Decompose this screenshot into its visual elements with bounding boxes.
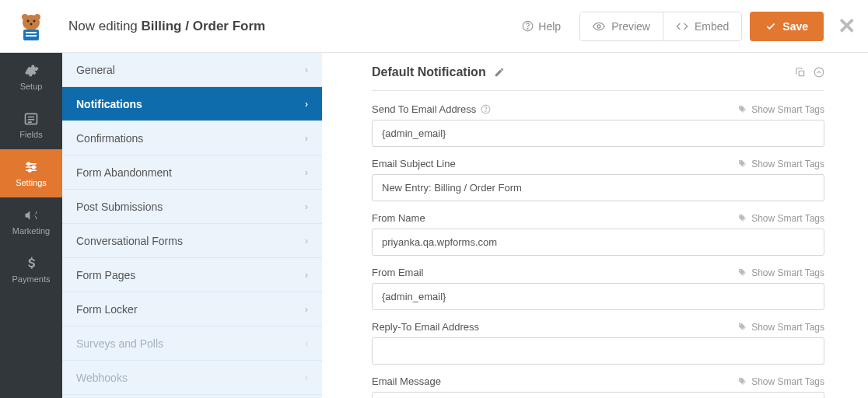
field-input[interactable] — [372, 229, 824, 256]
tags-icon — [737, 214, 747, 223]
svg-point-2 — [34, 14, 40, 20]
field-row: Send To Email Address Show Smart Tags — [372, 103, 824, 147]
submenu-item-form-locker[interactable]: Form Locker› — [62, 292, 322, 326]
code-icon — [676, 20, 688, 33]
svg-point-4 — [33, 19, 36, 22]
submenu-item-webhooks: Webhooks› — [62, 361, 322, 395]
editing-heading: Now editing Billing / Order Form — [68, 19, 509, 34]
field-label: From Name — [372, 212, 425, 224]
gear-icon — [23, 63, 39, 79]
submenu-item-label: Conversational Forms — [76, 235, 183, 247]
embed-button[interactable]: Embed — [663, 12, 741, 40]
nav-item-label: Fields — [19, 130, 42, 139]
close-button[interactable]: ✕ — [838, 13, 856, 39]
nav-item-label: Setup — [20, 82, 43, 91]
submenu-item-form-pages[interactable]: Form Pages› — [62, 258, 322, 292]
eye-icon — [593, 20, 605, 33]
nav-item-fields[interactable]: Fields — [0, 101, 62, 149]
svg-point-19 — [27, 162, 30, 165]
nav-item-setup[interactable]: Setup — [0, 53, 62, 101]
field-input[interactable] — [372, 337, 824, 365]
help-icon[interactable] — [481, 104, 491, 114]
submenu-item-label: Form Locker — [76, 303, 138, 316]
chevron-right-icon: › — [305, 133, 308, 144]
submenu-item-confirmations[interactable]: Confirmations› — [62, 121, 322, 155]
show-smart-tags[interactable]: Show Smart Tags — [737, 376, 824, 387]
show-smart-tags[interactable]: Show Smart Tags — [737, 267, 824, 278]
wpforms-logo — [0, 11, 62, 42]
submenu-item-notifications[interactable]: Notifications› — [62, 87, 322, 121]
chevron-right-icon: › — [305, 372, 308, 383]
submenu-item-form-abandonment[interactable]: Form Abandonment› — [62, 155, 322, 190]
submenu-item-general[interactable]: General› — [62, 53, 322, 87]
pencil-icon[interactable] — [494, 67, 505, 78]
help-icon — [522, 20, 534, 32]
nav-item-payments[interactable]: Payments — [0, 246, 62, 294]
help-link[interactable]: Help — [509, 20, 573, 33]
submenu-item-surveys-and-polls: Surveys and Polls› — [62, 326, 322, 361]
field-label: Email Message — [372, 375, 441, 387]
tags-icon — [737, 323, 747, 332]
preview-button[interactable]: Preview — [580, 12, 663, 40]
chevron-right-icon: › — [305, 201, 308, 212]
chevron-right-icon: › — [305, 304, 308, 315]
svg-point-10 — [527, 28, 528, 29]
nav-item-settings[interactable]: Settings — [0, 149, 62, 197]
submenu-item-conversational-forms[interactable]: Conversational Forms› — [62, 224, 322, 258]
field-row: From Email Show Smart Tags — [372, 267, 824, 310]
dollar-icon — [23, 256, 39, 271]
panel-title: Default Notification — [372, 65, 505, 79]
svg-point-23 — [814, 68, 824, 77]
field-row: Reply-To Email Address Show Smart Tags — [372, 321, 824, 365]
collapse-icon[interactable] — [814, 67, 824, 78]
chevron-right-icon: › — [305, 65, 308, 75]
chevron-right-icon: › — [305, 270, 308, 281]
check-icon — [765, 21, 776, 32]
submenu-item-label: Confirmations — [76, 132, 143, 145]
field-input[interactable] — [372, 174, 824, 201]
submenu-item-label: Post Submissions — [76, 201, 163, 213]
field-row: From Name Show Smart Tags — [372, 212, 824, 256]
tags-icon — [737, 159, 747, 169]
field-label: From Email — [372, 267, 423, 278]
nav-item-label: Payments — [12, 274, 51, 284]
submenu-item-label: Form Pages — [76, 269, 135, 281]
nav-item-marketing[interactable]: Marketing — [0, 197, 62, 246]
field-label: Reply-To Email Address — [372, 321, 479, 333]
show-smart-tags[interactable]: Show Smart Tags — [737, 159, 824, 169]
field-textarea[interactable]: {all_fields} — [372, 392, 824, 398]
show-smart-tags[interactable]: Show Smart Tags — [737, 104, 824, 115]
submenu-item-label: Form Abandonment — [76, 166, 172, 179]
chevron-right-icon: › — [305, 99, 308, 110]
save-button[interactable]: Save — [750, 12, 824, 41]
chevron-right-icon: › — [305, 338, 308, 349]
submenu-item-label: Webhooks — [76, 372, 128, 384]
tags-icon — [737, 105, 747, 114]
sliders-icon — [23, 159, 39, 175]
svg-point-11 — [597, 25, 600, 28]
submenu-item-label: General — [76, 64, 115, 76]
bullhorn-icon — [23, 208, 39, 223]
field-row: Email Subject Line Show Smart Tags — [372, 158, 824, 201]
svg-rect-22 — [799, 71, 803, 75]
field-input[interactable] — [372, 120, 824, 147]
nav-item-label: Marketing — [12, 226, 50, 236]
field-label: Email Subject Line — [372, 158, 456, 169]
svg-point-21 — [29, 169, 31, 172]
submenu-item-label: Surveys and Polls — [76, 337, 163, 350]
copy-icon[interactable] — [795, 67, 806, 78]
chevron-right-icon: › — [305, 167, 308, 178]
submenu-item-post-submissions[interactable]: Post Submissions› — [62, 190, 322, 224]
svg-rect-8 — [26, 35, 37, 37]
field-input[interactable] — [372, 283, 824, 310]
tags-icon — [737, 268, 747, 278]
chevron-right-icon: › — [305, 236, 308, 246]
svg-point-25 — [485, 111, 486, 112]
show-smart-tags[interactable]: Show Smart Tags — [737, 322, 824, 333]
svg-point-5 — [30, 23, 33, 25]
svg-rect-7 — [26, 32, 37, 33]
nav-item-label: Settings — [16, 178, 47, 187]
list-icon — [23, 111, 39, 127]
svg-point-3 — [27, 19, 30, 22]
show-smart-tags[interactable]: Show Smart Tags — [737, 213, 824, 224]
